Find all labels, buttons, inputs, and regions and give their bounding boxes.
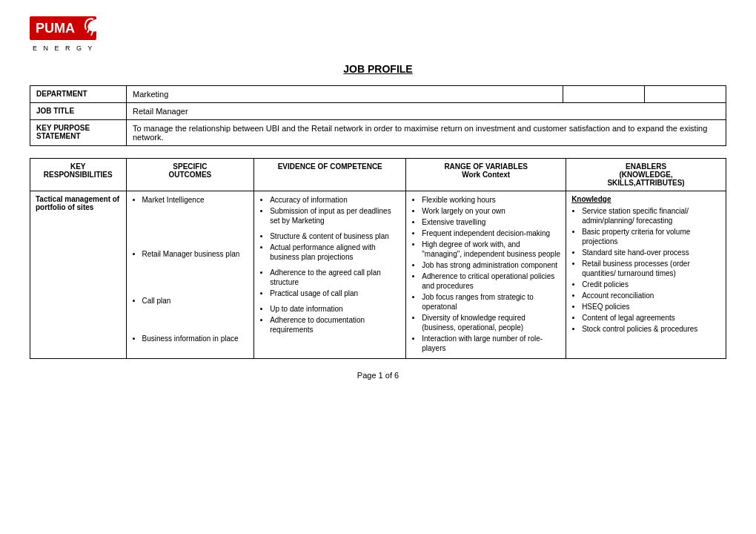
th-enablers: ENABLERS(KNOWLEDGE,SKILLS,ATTRIBUTES) [566,159,726,191]
enabler-9: Stock control policies & procedures [582,324,720,334]
enablers-list: Service station specific financial/ admi… [571,206,720,334]
page-number: Page 1 of 6 [357,371,399,380]
keypurpose-value: To manage the relationship between UBI a… [127,120,726,146]
enabler-3: Standard site hand-over process [582,248,720,257]
enabler-8: Content of legal agreements [582,313,720,323]
dept-label: DEPARTMENT [30,86,127,103]
page-container: PUMA E N E R G Y JOB [0,0,756,395]
footer: Page 1 of 6 [30,371,726,380]
table-row-tactical: Tactical management of portfolio of site… [30,191,726,359]
outcomes-list: Market Intelligence Retail Manager busin… [132,195,249,343]
range-10: Interaction with large number of role-pl… [422,334,560,353]
th-evidence: EVIDENCE OF COMPETENCE [254,159,406,191]
header: PUMA E N E R G Y [30,15,726,56]
outcome-1: Market Intelligence [142,195,249,205]
enablers-cell: Knowledge Service station specific finan… [566,191,726,359]
evidence-2-1: Structure & content of business plan [270,231,400,241]
evidence-3-1: Adherence to the agreed call plan struct… [270,268,400,287]
evidence-2-2: Actual performance aligned with business… [270,243,400,262]
info-table: DEPARTMENT Marketing JOB TITLE Retail Ma… [30,85,726,146]
range-2: Work largely on your own [422,206,560,216]
range-8: Job focus ranges from strategic to opera… [422,292,560,312]
th-range: RANGE OF VARIABLESWork Context [406,159,566,191]
range-1: Flexible working hours [422,195,560,205]
enablers-knowledge-label: Knowledge [571,195,720,203]
main-table: KEYRESPONSIBILITIES SPECIFICOUTCOMES EVI… [30,158,726,359]
page-title: JOB PROFILE [343,63,412,75]
range-6: Job has strong administration component [422,260,560,270]
outcome-3: Call plan [142,296,249,306]
enabler-7: HSEQ policies [582,302,720,312]
enabler-6: Account reconciliation [582,291,720,300]
evidence-4-2: Adherence to documentation requirements [270,315,400,334]
range-list: Flexible working hours Work largely on y… [411,195,560,353]
key-responsibility-cell: Tactical management of portfolio of site… [30,191,127,359]
info-row-keypurpose: KEY PURPOSE STATEMENT To manage the rela… [30,120,726,146]
range-3: Extensive travelling [422,217,560,227]
jobtitle-label: JOB TITLE [30,103,127,120]
th-key-responsibilities: KEYRESPONSIBILITIES [30,159,127,191]
svg-text:PUMA: PUMA [36,21,75,36]
range-9: Diversity of knowledge required (busines… [422,313,560,332]
evidence-group-3: Adherence to the agreed call plan struct… [259,268,400,298]
range-5: High degree of work with, and "managing"… [422,240,560,259]
page-title-container: JOB PROFILE [30,63,726,75]
evidence-group-2: Structure & content of business plan Act… [259,231,400,262]
dept-value: Marketing [127,86,563,103]
specific-outcomes-cell: Market Intelligence Retail Manager busin… [126,191,254,359]
info-row-jobtitle: JOB TITLE Retail Manager [30,103,726,120]
evidence-group-1: Accuracy of information Submission of in… [259,195,400,225]
svg-text:E N E R G Y: E N E R G Y [33,44,94,52]
dept-extra2 [645,86,726,103]
range-cell: Flexible working hours Work largely on y… [406,191,566,359]
info-row-department: DEPARTMENT Marketing [30,86,726,103]
key-responsibility-text: Tactical management of portfolio of site… [36,195,119,211]
evidence-1-1: Accuracy of information [270,195,400,205]
evidence-3-2: Practical usage of call plan [270,289,400,298]
keypurpose-label: KEY PURPOSE STATEMENT [30,120,127,146]
jobtitle-value: Retail Manager [127,103,726,120]
enabler-4: Retail business processes (order quantit… [582,259,720,278]
table-header-row: KEYRESPONSIBILITIES SPECIFICOUTCOMES EVI… [30,159,726,191]
evidence-4-1: Up to date information [270,304,400,314]
th-specific-outcomes: SPECIFICOUTCOMES [126,159,254,191]
outcome-2: Retail Manager business plan [142,249,249,259]
enabler-1: Service station specific financial/ admi… [582,206,720,225]
evidence-1-2: Submission of input as per deadlines set… [270,206,400,225]
puma-logo: PUMA E N E R G Y [30,15,126,56]
range-4: Frequent independent decision-making [422,228,560,238]
dept-extra1 [563,86,645,103]
range-7: Adherence to critical operational polici… [422,271,560,291]
logo-container: PUMA E N E R G Y [30,15,126,56]
enabler-5: Credit policies [582,280,720,289]
evidence-cell: Accuracy of information Submission of in… [254,191,406,359]
enabler-2: Basic property criteria for volume proje… [582,227,720,246]
outcome-4: Business information in place [142,334,249,343]
evidence-group-4: Up to date information Adherence to docu… [259,304,400,334]
